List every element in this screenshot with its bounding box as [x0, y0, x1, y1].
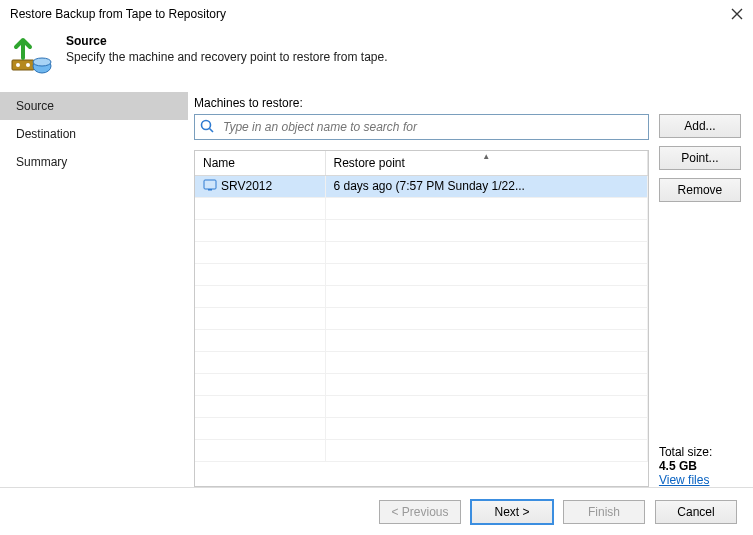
table-row[interactable] — [195, 395, 647, 417]
table-row[interactable] — [195, 263, 647, 285]
vm-icon — [203, 178, 217, 195]
table-row[interactable] — [195, 351, 647, 373]
cell-name: SRV2012 — [195, 175, 325, 197]
cancel-button[interactable]: Cancel — [655, 500, 737, 524]
machines-label: Machines to restore: — [194, 96, 741, 110]
window-title: Restore Backup from Tape to Repository — [10, 7, 226, 21]
table-row[interactable] — [195, 417, 647, 439]
search-input[interactable] — [221, 116, 644, 138]
col-name[interactable]: Name — [195, 151, 325, 175]
point-button[interactable]: Point... — [659, 146, 741, 170]
svg-rect-7 — [204, 180, 216, 189]
wizard-window: Restore Backup from Tape to Repository S… — [0, 0, 753, 535]
tape-restore-icon — [10, 34, 54, 78]
table-row[interactable] — [195, 329, 647, 351]
table-row[interactable] — [195, 197, 647, 219]
total-size-value: 4.5 GB — [659, 459, 741, 473]
table-row[interactable] — [195, 219, 647, 241]
nav-item-summary[interactable]: Summary — [0, 148, 188, 176]
remove-button[interactable]: Remove — [659, 178, 741, 202]
table-row[interactable]: SRV20126 days ago (7:57 PM Sunday 1/22..… — [195, 175, 647, 197]
svg-point-4 — [33, 58, 51, 66]
wizard-footer: < Previous Next > Finish Cancel — [0, 487, 753, 535]
page-subtitle: Specify the machine and recovery point t… — [66, 50, 388, 64]
svg-point-2 — [26, 63, 30, 67]
next-button[interactable]: Next > — [471, 500, 553, 524]
close-icon[interactable] — [729, 6, 745, 22]
page-title: Source — [66, 34, 388, 48]
main-panel: Machines to restore: — [188, 92, 753, 487]
table-row[interactable] — [195, 285, 647, 307]
search-box[interactable] — [194, 114, 649, 140]
table-row[interactable] — [195, 439, 647, 461]
table-row[interactable] — [195, 241, 647, 263]
svg-rect-0 — [12, 60, 34, 70]
machines-table: Name Restore point▲ SRV20126 days ago (7… — [194, 150, 649, 487]
svg-line-6 — [210, 128, 214, 132]
svg-rect-8 — [208, 189, 212, 191]
wizard-nav: Source Destination Summary — [0, 92, 188, 487]
header-text: Source Specify the machine and recovery … — [66, 34, 388, 64]
svg-point-5 — [202, 120, 211, 129]
nav-item-destination[interactable]: Destination — [0, 120, 188, 148]
finish-button: Finish — [563, 500, 645, 524]
view-files-link[interactable]: View files — [659, 473, 709, 487]
sort-asc-icon: ▲ — [482, 152, 490, 161]
header: Source Specify the machine and recovery … — [0, 28, 753, 92]
svg-point-1 — [16, 63, 20, 67]
col-restore-point[interactable]: Restore point▲ — [325, 151, 647, 175]
titlebar: Restore Backup from Tape to Repository — [0, 0, 753, 28]
add-button[interactable]: Add... — [659, 114, 741, 138]
nav-item-source[interactable]: Source — [0, 92, 188, 120]
action-buttons: Add... Point... Remove Total size: 4.5 G… — [659, 114, 741, 487]
previous-button: < Previous — [379, 500, 461, 524]
search-icon — [199, 118, 215, 137]
cell-restore-point: 6 days ago (7:57 PM Sunday 1/22... — [325, 175, 647, 197]
table-row[interactable] — [195, 307, 647, 329]
body: Source Destination Summary Machines to r… — [0, 92, 753, 487]
table-row[interactable] — [195, 373, 647, 395]
total-size-label: Total size: — [659, 445, 741, 459]
totals: Total size: 4.5 GB View files — [659, 445, 741, 487]
